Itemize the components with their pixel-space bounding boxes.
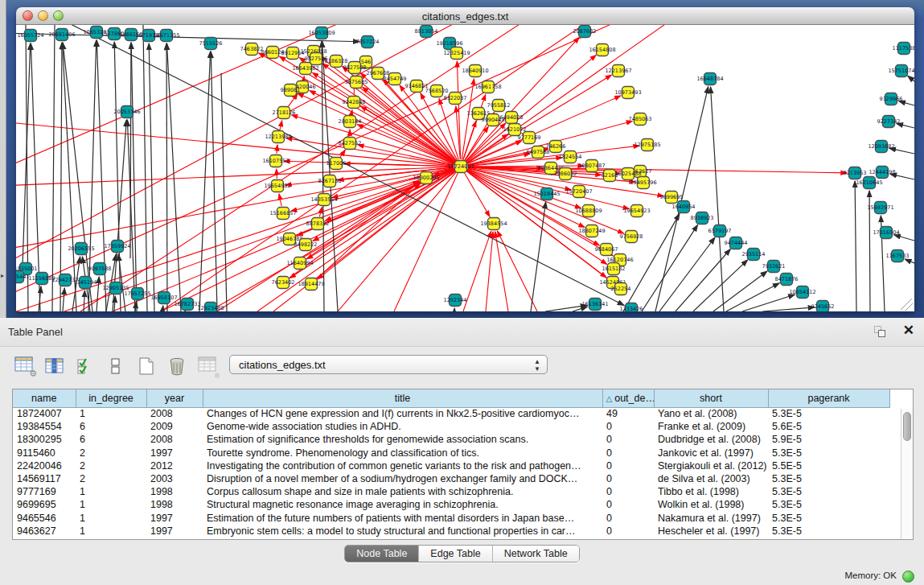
graph-node[interactable]: 19495796 bbox=[630, 177, 656, 189]
graph-node[interactable]: 7515526 bbox=[199, 38, 223, 50]
graph-node[interactable]: 16053809 bbox=[308, 27, 335, 39]
graph-node[interactable]: 2935114 bbox=[742, 249, 766, 261]
graph-node[interactable]: 3915441 bbox=[16, 271, 29, 283]
graph-edge[interactable] bbox=[52, 25, 55, 311]
delete-icon[interactable] bbox=[166, 354, 188, 378]
graph-node[interactable]: 3675685 bbox=[345, 76, 368, 89]
graph-edge[interactable] bbox=[162, 306, 163, 311]
graph-edge[interactable] bbox=[149, 43, 154, 311]
column-header-short[interactable]: short bbox=[654, 389, 768, 407]
graph-edge[interactable] bbox=[693, 260, 748, 311]
graph-edge[interactable] bbox=[131, 43, 137, 311]
graph-edge[interactable] bbox=[497, 231, 537, 311]
table-scrollbar-thumb[interactable] bbox=[903, 412, 911, 441]
graph-edge[interactable] bbox=[361, 106, 455, 163]
column-header-year[interactable]: year bbox=[146, 389, 203, 407]
graph-node[interactable]: 7986032 bbox=[554, 168, 577, 180]
graph-node[interactable]: 2803144 bbox=[339, 116, 362, 128]
graph-edge[interactable] bbox=[304, 76, 305, 80]
graph-node[interactable]: 9097588 bbox=[88, 263, 112, 275]
column-header-out_de[interactable]: △out_de… bbox=[602, 389, 654, 407]
table-row[interactable]: 946554611997Estimation of the future num… bbox=[13, 512, 889, 525]
graph-node[interactable]: 1292344 bbox=[444, 295, 467, 307]
graph-edge[interactable] bbox=[16, 25, 354, 170]
graph-node[interactable]: 14671355 bbox=[153, 30, 179, 42]
graph-node[interactable]: 16055724 bbox=[17, 30, 43, 42]
clear-selection-icon[interactable] bbox=[105, 354, 127, 378]
tab-edge-table[interactable]: Edge Table bbox=[419, 546, 492, 562]
graph-node[interactable]: 9474444 bbox=[725, 237, 748, 249]
graph-node[interactable]: 7623402 bbox=[272, 277, 295, 289]
graph-node[interactable]: 18914479 bbox=[298, 278, 324, 290]
resize-grip-icon[interactable] bbox=[901, 299, 913, 311]
graph-edge[interactable] bbox=[143, 25, 147, 311]
graph-edge[interactable] bbox=[468, 166, 584, 167]
graph-node[interactable]: 252254 bbox=[611, 283, 631, 295]
table-row[interactable]: 2242004622012Investigating the contribut… bbox=[13, 459, 889, 472]
graph-node[interactable]: 2718126 bbox=[273, 107, 296, 119]
graph-edge[interactable] bbox=[16, 168, 454, 250]
column-header-in_degree[interactable]: in_degree bbox=[76, 389, 146, 407]
table-source-dropdown[interactable]: citations_edges.txt ▲▼ bbox=[229, 355, 548, 374]
graph-edge[interactable] bbox=[97, 277, 99, 311]
graph-node[interactable]: 9777169 bbox=[518, 132, 541, 144]
close-panel-icon[interactable]: ✕ bbox=[903, 323, 914, 339]
graph-node[interactable]: 8938923 bbox=[691, 212, 714, 225]
graph-edge[interactable] bbox=[340, 150, 345, 157]
graph-node[interactable]: 8322037 bbox=[444, 93, 467, 105]
graph-node[interactable]: 16210645 bbox=[856, 177, 882, 189]
graph-edge[interactable] bbox=[280, 121, 282, 130]
graph-edge[interactable] bbox=[114, 296, 115, 311]
graph-node[interactable]: 12093882 bbox=[868, 141, 894, 153]
graph-edge[interactable] bbox=[16, 169, 454, 311]
graph-node[interactable]: 16107552 bbox=[262, 155, 289, 167]
graph-node[interactable]: 1117538 bbox=[893, 43, 914, 55]
graph-node[interactable]: 6579197 bbox=[708, 225, 732, 237]
graph-node[interactable]: 19654923 bbox=[623, 205, 650, 217]
graph-node[interactable]: 7932621 bbox=[762, 261, 786, 273]
graph-node[interactable]: 8813054 bbox=[415, 26, 438, 38]
graph-node[interactable]: 9756928 bbox=[620, 231, 643, 243]
graph-node[interactable]: 7955812 bbox=[487, 100, 511, 112]
column-header-title[interactable]: title bbox=[203, 389, 602, 407]
window-titlebar[interactable]: citations_edges.txt bbox=[16, 7, 914, 25]
select-columns-icon[interactable] bbox=[43, 354, 66, 378]
graph-edge[interactable] bbox=[127, 120, 135, 311]
graph-edge[interactable] bbox=[16, 167, 454, 186]
graph-node[interactable]: 8498222 bbox=[294, 239, 318, 251]
graph-node[interactable]: 1167533 bbox=[886, 250, 910, 262]
graph-node[interactable]: 14353554 bbox=[310, 194, 337, 206]
graph-node[interactable]: 8267130 bbox=[318, 175, 342, 187]
graph-node[interactable]: 12213967 bbox=[605, 65, 631, 77]
graph-node[interactable]: 19654982 bbox=[264, 180, 290, 192]
panel-divider[interactable]: ▸ bbox=[0, 0, 6, 318]
graph-node[interactable]: 7857224 bbox=[356, 36, 380, 48]
graph-node[interactable]: 15166857 bbox=[269, 208, 296, 220]
collapse-arrow-icon[interactable]: ▸ bbox=[1, 272, 4, 279]
graph-edge[interactable] bbox=[711, 87, 724, 311]
graph-node[interactable]: 9684067 bbox=[595, 244, 618, 256]
table-row[interactable]: 969969511998Structural magnetic resonanc… bbox=[13, 498, 889, 511]
graph-edge[interactable] bbox=[63, 288, 64, 311]
graph-edge[interactable] bbox=[221, 73, 227, 311]
graph-node[interactable]: 7485063 bbox=[629, 113, 652, 126]
graph-node[interactable]: 16154808 bbox=[589, 44, 615, 56]
graph-node[interactable]: 18640910 bbox=[462, 65, 488, 77]
graph-node[interactable]: 1733426 bbox=[620, 303, 643, 312]
column-header-pagerank[interactable]: pagerank bbox=[768, 389, 889, 407]
graph-node[interactable]: 15720407 bbox=[565, 186, 592, 198]
graph-node[interactable]: 11640994 bbox=[286, 257, 313, 270]
table-row[interactable]: 1872400712008Changes of HCN gene express… bbox=[13, 407, 889, 420]
graph-edge[interactable] bbox=[166, 43, 167, 311]
table-options-icon[interactable]: ⚙ bbox=[13, 354, 35, 378]
new-file-icon[interactable] bbox=[135, 354, 158, 378]
table-row[interactable]: 1456911722003Disruption of a novel membe… bbox=[13, 472, 889, 485]
import-table-icon-disabled[interactable]: ⦻ bbox=[196, 354, 219, 378]
graph-node[interactable]: 16543982 bbox=[292, 63, 318, 75]
table-scrollbar[interactable] bbox=[901, 409, 913, 539]
graph-edge[interactable] bbox=[855, 181, 856, 311]
graph-node[interactable]: 20691406 bbox=[48, 29, 75, 41]
graph-node[interactable]: 2087682 bbox=[573, 26, 597, 38]
graph-edge[interactable] bbox=[726, 283, 779, 311]
graph-edge[interactable] bbox=[659, 237, 715, 311]
